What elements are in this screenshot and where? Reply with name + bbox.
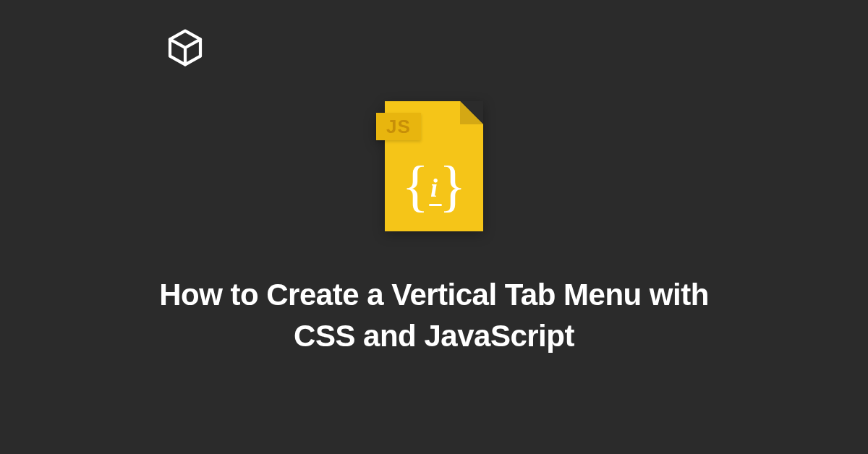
article-title: How to Create a Vertical Tab Menu with C… bbox=[159, 275, 709, 356]
code-braces-icon: { i } bbox=[385, 150, 483, 223]
js-tag-label: JS bbox=[376, 113, 421, 140]
js-file-icon: JS { i } bbox=[376, 94, 492, 239]
brace-left-icon: { bbox=[402, 158, 429, 215]
main-content: JS { i } How to Create a Vertical Tab Me… bbox=[0, 94, 868, 356]
cube-icon bbox=[165, 27, 205, 68]
letter-i-icon: i bbox=[430, 173, 438, 203]
brace-right-icon: } bbox=[439, 158, 466, 215]
